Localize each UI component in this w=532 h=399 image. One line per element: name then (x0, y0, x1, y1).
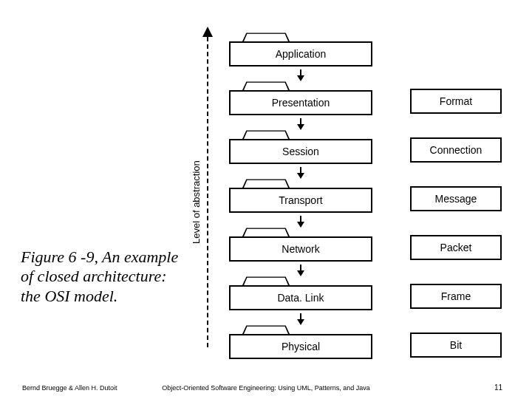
layer-name-box: Physical (229, 334, 372, 359)
layer-unit-box: Bit (410, 332, 502, 358)
layer-tab-icon (242, 228, 290, 236)
figure-caption: Figure 6 -9, An example of closed archit… (21, 248, 183, 306)
layer-name-box: Transport (229, 188, 372, 213)
abstraction-axis-arrowhead (202, 27, 213, 37)
osi-layer: Session (229, 127, 369, 164)
slide: Level of abstraction ApplicationPresenta… (0, 0, 532, 399)
footer-page-number: 11 (494, 383, 502, 392)
osi-layer: Data. Link (229, 273, 369, 310)
layer-name-box: Application (229, 41, 372, 66)
layer-name-box: Network (229, 236, 372, 262)
osi-layer: Transport (229, 176, 369, 213)
layer-tab-icon (242, 130, 290, 139)
layer-tab-icon (242, 179, 290, 188)
osi-layer: Network (229, 225, 369, 262)
layer-unit-box: Packet (410, 235, 502, 260)
layer-unit-box: Connection (410, 137, 502, 163)
layer-tab-icon (242, 81, 290, 90)
layer-unit-box: Message (410, 186, 502, 211)
abstraction-axis-label: Level of abstraction (191, 160, 202, 244)
layer-tab-icon (242, 325, 290, 334)
footer-title: Object-Oriented Software Engineering: Us… (0, 384, 532, 392)
layer-name-box: Session (229, 139, 372, 164)
osi-layer: Physical (229, 322, 369, 359)
layer-name-box: Presentation (229, 90, 372, 115)
layer-unit-box: Frame (410, 284, 502, 309)
osi-layer: Application (229, 30, 369, 66)
abstraction-axis-line (207, 37, 208, 347)
layer-unit-box: Format (410, 89, 502, 114)
layer-name-box: Data. Link (229, 285, 372, 310)
layer-tab-icon (242, 33, 290, 41)
layer-tab-icon (242, 276, 290, 285)
osi-layer: Presentation (229, 78, 369, 115)
